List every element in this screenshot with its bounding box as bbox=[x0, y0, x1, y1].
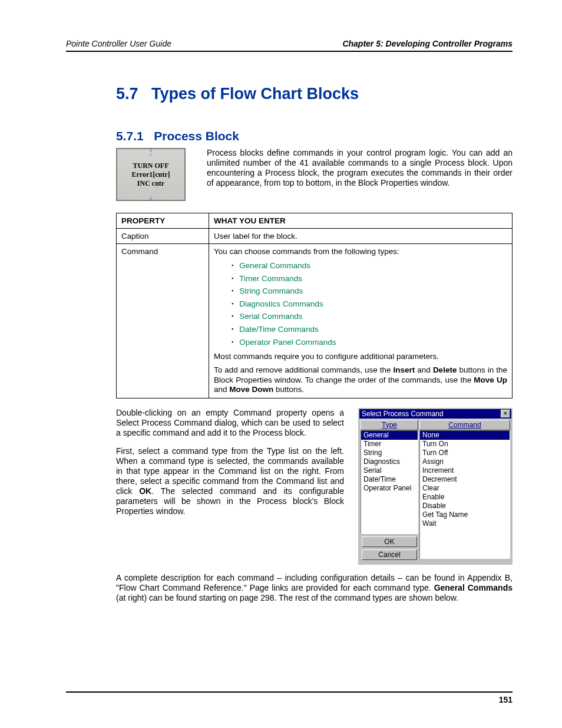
body-para-3: A complete description for each command … bbox=[116, 573, 513, 603]
command-type-link: Serial Commands bbox=[232, 310, 507, 323]
command-type-anchor[interactable]: Operator Panel Commands bbox=[239, 338, 336, 347]
command-list-item[interactable]: Turn Off bbox=[420, 449, 510, 457]
command-type-link: Operator Panel Commands bbox=[232, 336, 507, 349]
command-type-anchor[interactable]: Timer Commands bbox=[239, 274, 302, 283]
footer-rule bbox=[66, 691, 513, 693]
header-right: Chapter 5: Developing Controller Program… bbox=[342, 39, 513, 48]
command-intro: You can choose commands from the followi… bbox=[214, 247, 507, 256]
select-process-command-dialog: Select Process Command × Type GeneralTim… bbox=[358, 408, 513, 565]
prop-caption-label: Caption bbox=[117, 229, 209, 244]
command-list-item[interactable]: Disable bbox=[420, 502, 510, 510]
type-listbox[interactable]: GeneralTimerStringDiagnosticsSerialDate/… bbox=[361, 430, 418, 534]
th-property: PROPERTY bbox=[117, 213, 209, 229]
type-list-item[interactable]: String bbox=[361, 449, 418, 457]
command-type-link: String Commands bbox=[232, 285, 507, 298]
command-list-item[interactable]: Decrement bbox=[420, 475, 510, 484]
prop-caption-value: User label for the block. bbox=[209, 229, 513, 244]
type-header-button[interactable]: Type bbox=[361, 420, 418, 430]
command-list-item[interactable]: None bbox=[420, 431, 510, 440]
process-block-figure: ↓ TURN OFF Error1[cntr] INC cntr bbox=[116, 148, 186, 201]
body-para-1: Double-clicking on an empty Command prop… bbox=[116, 408, 344, 438]
intro-paragraph: Process blocks define commands in your c… bbox=[207, 148, 513, 188]
command-type-anchor[interactable]: String Commands bbox=[239, 286, 303, 295]
properties-table: PROPERTY WHAT YOU ENTER Caption User lab… bbox=[116, 213, 513, 398]
close-icon[interactable]: × bbox=[501, 410, 510, 418]
header-left: Pointe Controller User Guide bbox=[66, 39, 171, 48]
command-header-button[interactable]: Command bbox=[419, 420, 510, 430]
command-type-anchor[interactable]: Date/Time Commands bbox=[239, 325, 319, 334]
section-heading: 5.7 Types of Flow Chart Blocks bbox=[116, 85, 513, 103]
command-list-item[interactable]: Wait bbox=[420, 519, 510, 528]
subsection-heading: 5.7.1 Process Block bbox=[116, 129, 513, 143]
command-list-item[interactable]: Enable bbox=[420, 493, 510, 502]
type-list-item[interactable]: Timer bbox=[361, 440, 418, 449]
body-para-2: First, select a command type from the Ty… bbox=[116, 446, 344, 517]
type-list-item[interactable]: Diagnostics bbox=[361, 457, 418, 466]
command-list-item[interactable]: Increment bbox=[420, 466, 510, 475]
page-number: 151 bbox=[66, 695, 513, 704]
command-list-item[interactable]: Get Tag Name bbox=[420, 510, 510, 519]
command-listbox[interactable]: NoneTurn OnTurn OffAssignIncrementDecrem… bbox=[419, 430, 510, 559]
dialog-title: Select Process Command bbox=[362, 410, 444, 418]
command-type-anchor[interactable]: General Commands bbox=[239, 261, 310, 270]
command-type-anchor[interactable]: Serial Commands bbox=[239, 312, 302, 321]
prop-command-label: Command bbox=[117, 244, 209, 398]
header-rule bbox=[66, 51, 513, 52]
type-list-item[interactable]: Serial bbox=[361, 466, 418, 475]
command-list-item[interactable]: Turn On bbox=[420, 440, 510, 449]
command-list-item[interactable]: Assign bbox=[420, 457, 510, 466]
ok-button[interactable]: OK bbox=[362, 536, 417, 547]
command-type-link: Diagnostics Commands bbox=[232, 298, 507, 311]
type-list-item[interactable]: Date/Time bbox=[361, 475, 418, 484]
th-what: WHAT YOU ENTER bbox=[209, 213, 513, 229]
fig-line2: Error1[cntr] bbox=[131, 170, 170, 179]
type-list-item[interactable]: General bbox=[361, 431, 418, 440]
prop-command-cell: You can choose commands from the followi… bbox=[209, 244, 513, 398]
type-list-item[interactable]: Operator Panel bbox=[361, 484, 418, 493]
fig-line1: TURN OFF bbox=[133, 162, 169, 170]
command-type-link: General Commands bbox=[232, 259, 507, 272]
command-end: To add and remove additional commands, u… bbox=[214, 365, 507, 394]
cancel-button[interactable]: Cancel bbox=[362, 549, 417, 560]
command-type-link: Timer Commands bbox=[232, 272, 507, 285]
fig-line3: INC cntr bbox=[137, 179, 164, 188]
command-type-link: Date/Time Commands bbox=[232, 323, 507, 336]
command-mid: Most commands require you to configure a… bbox=[214, 352, 507, 361]
command-type-anchor[interactable]: Diagnostics Commands bbox=[239, 299, 323, 308]
command-list-item[interactable]: Clear bbox=[420, 484, 510, 493]
